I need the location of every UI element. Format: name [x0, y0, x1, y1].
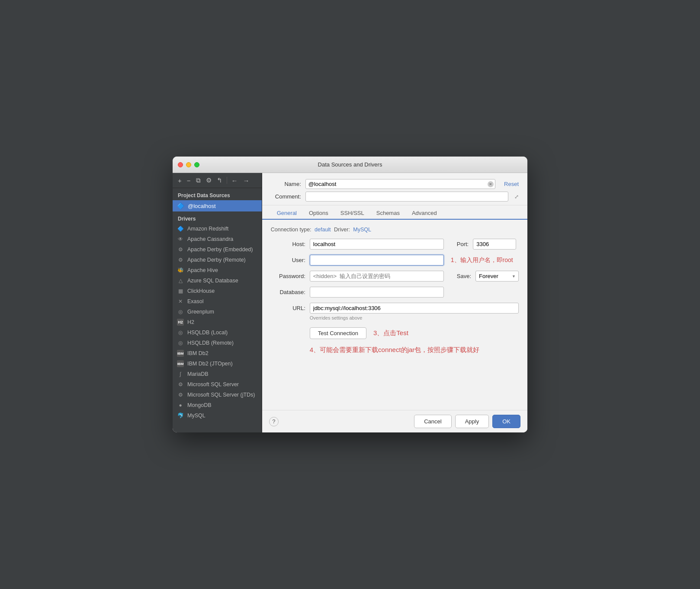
comment-input[interactable] — [305, 192, 508, 202]
azure-sql-icon: △ — [177, 277, 184, 284]
copy-button[interactable]: ⧉ — [194, 176, 202, 185]
expand-comment-button[interactable]: ⤢ — [514, 194, 519, 200]
driver-mongodb[interactable]: ● MongoDB — [173, 400, 262, 410]
conn-type-value[interactable]: default — [315, 227, 331, 233]
remove-button[interactable]: − — [185, 176, 193, 185]
driver-mssql-jtds[interactable]: ⚙ Microsoft SQL Server (jTDs) — [173, 390, 262, 400]
driver-name: Apache Derby (Remote) — [187, 257, 246, 263]
driver-name: Apache Derby (Embedded) — [187, 246, 253, 253]
driver-name: H2 — [187, 319, 194, 325]
host-port-row: Host: Port: — [271, 239, 519, 250]
save-select-wrap: Forever Until restart Never — [475, 271, 519, 282]
url-row: URL: — [271, 303, 519, 314]
database-row: Database: — [271, 287, 519, 298]
test-annotation: 3、点击Test — [373, 329, 408, 337]
back-button[interactable]: ← — [230, 176, 240, 185]
amazon-redshift-icon: 🔷 — [177, 225, 184, 232]
password-label: Password: — [271, 273, 305, 279]
test-connection-button[interactable]: Test Connection — [310, 327, 366, 339]
driver-name: Azure SQL Database — [187, 278, 238, 284]
mssql-icon: ⚙ — [177, 381, 184, 388]
driver-name: HSQLDB (Remote) — [187, 340, 234, 346]
driver-name: IBM Db2 (JTOpen) — [187, 361, 233, 367]
port-label: Port: — [457, 241, 469, 247]
driver-azure-sql[interactable]: △ Azure SQL Database — [173, 275, 262, 286]
tab-schemas[interactable]: Schemas — [370, 207, 406, 220]
host-label: Host: — [271, 241, 305, 247]
reset-link[interactable]: Reset — [504, 181, 519, 187]
driver-clickhouse[interactable]: ▦ ClickHouse — [173, 286, 262, 296]
clickhouse-icon: ▦ — [177, 288, 184, 294]
greenplum-icon: ◎ — [177, 308, 184, 315]
port-input[interactable] — [473, 239, 516, 250]
name-input[interactable] — [305, 179, 495, 189]
host-input[interactable] — [310, 239, 444, 250]
database-input[interactable] — [310, 287, 444, 298]
driver-apache-hive[interactable]: 🐝 Apache Hive — [173, 265, 262, 275]
mariadb-icon: ∫ — [177, 371, 184, 378]
name-label: Name: — [271, 181, 301, 187]
tab-general[interactable]: General — [271, 207, 303, 220]
apply-button[interactable]: Apply — [455, 415, 489, 428]
driver-apache-cassandra[interactable]: 👁 Apache Cassandra — [173, 234, 262, 244]
driver-apache-derby-remote[interactable]: ⚙ Apache Derby (Remote) — [173, 255, 262, 265]
user-input[interactable] — [310, 255, 444, 266]
connection-type-row: Connection type: default Driver: MySQL — [271, 227, 519, 233]
tab-advanced[interactable]: Advanced — [406, 207, 443, 220]
tabs-bar: General Options SSH/SSL Schemas Advanced — [262, 207, 527, 220]
driver-exasol[interactable]: ✕ Exasol — [173, 296, 262, 307]
add-button[interactable]: + — [176, 176, 183, 185]
driver-hsqldb-remote[interactable]: ◎ HSQLDB (Remote) — [173, 338, 262, 348]
driver-name: Amazon Redshift — [187, 226, 228, 232]
export-button[interactable]: ↰ — [215, 176, 224, 185]
maximize-button[interactable] — [194, 162, 199, 167]
datasource-localhost[interactable]: 🔷 @localhost — [173, 200, 262, 211]
exasol-icon: ✕ — [177, 298, 184, 305]
driver-amazon-redshift[interactable]: 🔷 Amazon Redshift — [173, 224, 262, 234]
driver-apache-derby-embedded[interactable]: ⚙ Apache Derby (Embedded) — [173, 244, 262, 255]
apache-derby-embedded-icon: ⚙ — [177, 246, 184, 253]
url-input[interactable] — [310, 303, 519, 314]
driver-mysql[interactable]: 🐬 MySQL — [173, 410, 262, 421]
name-input-wrap: ✕ — [305, 179, 495, 189]
save-select[interactable]: Forever Until restart Never — [475, 271, 519, 282]
comment-row: Comment: ⤢ — [271, 192, 519, 202]
url-hint: Overrides settings above — [310, 315, 519, 320]
traffic-lights — [178, 162, 199, 167]
driver-hsqldb-local[interactable]: ◎ HSQLDB (Local) — [173, 327, 262, 338]
settings-button[interactable]: ⚙ — [204, 176, 213, 185]
driver-name: Microsoft SQL Server — [187, 381, 239, 387]
driver-ibm-db2[interactable]: IBM IBM Db2 — [173, 348, 262, 359]
minimize-button[interactable] — [186, 162, 191, 167]
password-input[interactable] — [310, 271, 444, 282]
driver-ibm-db2-jtopen[interactable]: IBM IBM Db2 (JTOpen) — [173, 359, 262, 369]
driver-value[interactable]: MySQL — [353, 227, 371, 233]
help-button[interactable]: ? — [269, 417, 279, 426]
apache-derby-remote-icon: ⚙ — [177, 256, 184, 263]
driver-name: Microsoft SQL Server (jTDs) — [187, 392, 255, 398]
driver-name: Apache Cassandra — [187, 236, 233, 242]
driver-mssql[interactable]: ⚙ Microsoft SQL Server — [173, 379, 262, 390]
tab-content-general: Connection type: default Driver: MySQL H… — [262, 220, 527, 410]
tab-ssh-ssl[interactable]: SSH/SSL — [334, 207, 370, 220]
driver-mariadb[interactable]: ∫ MariaDB — [173, 369, 262, 379]
driver-greenplum[interactable]: ◎ Greenplum — [173, 307, 262, 317]
url-label: URL: — [271, 305, 305, 311]
dialog-title: Data Sources and Drivers — [318, 161, 382, 168]
ibm-db2-jtopen-icon: IBM — [177, 360, 184, 367]
right-header: Name: ✕ Reset Comment: ⤢ — [262, 173, 527, 205]
apache-cassandra-icon: 👁 — [177, 236, 184, 243]
project-sources-header: Project Data Sources — [173, 188, 262, 200]
forward-button[interactable]: → — [241, 176, 251, 185]
tab-options[interactable]: Options — [303, 207, 334, 220]
driver-h2[interactable]: H2 H2 — [173, 317, 262, 327]
user-label: User: — [271, 257, 305, 263]
mssql-jtds-icon: ⚙ — [177, 391, 184, 398]
ok-button[interactable]: OK — [492, 415, 520, 428]
cancel-button[interactable]: Cancel — [414, 415, 451, 428]
datasource-label: @localhost — [188, 203, 216, 209]
close-button[interactable] — [178, 162, 183, 167]
comment-label: Comment: — [271, 193, 301, 200]
mongodb-icon: ● — [177, 402, 184, 409]
name-clear-button[interactable]: ✕ — [488, 181, 494, 187]
